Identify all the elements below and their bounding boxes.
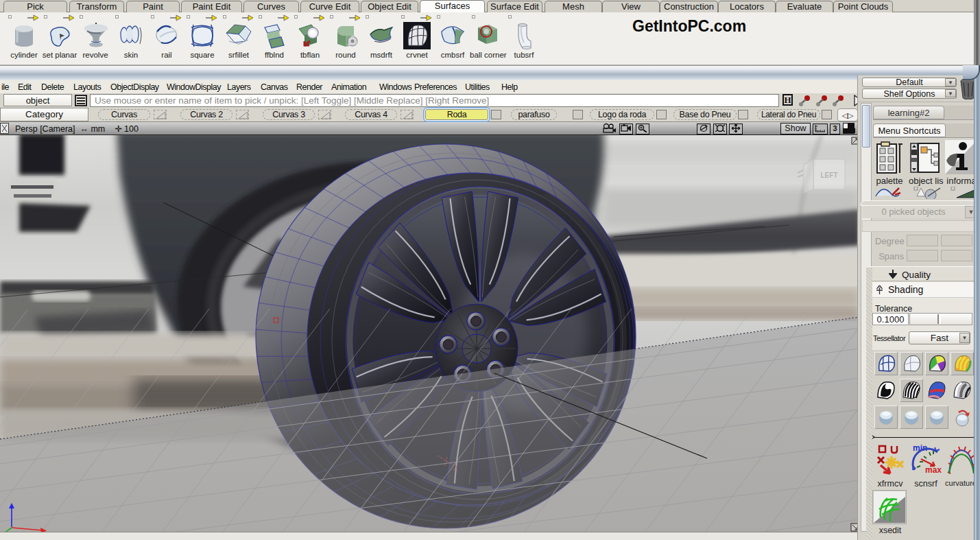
svg-text:LEFT: LEFT: [821, 172, 838, 179]
